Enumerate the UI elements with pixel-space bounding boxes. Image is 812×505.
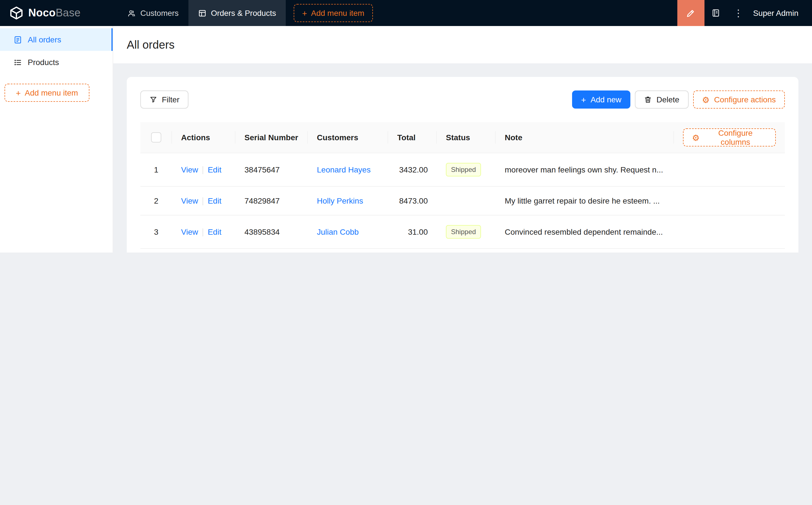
menu-item-customers[interactable]: Customers — [118, 0, 188, 26]
book-icon — [711, 8, 720, 17]
sidebar-item-label: All orders — [28, 35, 61, 44]
app-window: NocoBase Customers — [0, 0, 812, 252]
serial-number-cell: 75638347 — [235, 249, 308, 252]
navbar-add-menu-item-button[interactable]: + Add menu item — [294, 4, 373, 22]
row-index: 3 — [140, 216, 172, 249]
more-menu-button[interactable]: ⋮ — [727, 0, 750, 26]
toolbar-right: + Add new — [572, 91, 785, 109]
logo-text: NocoBase — [28, 7, 81, 19]
row-actions: ViewEdit — [172, 153, 235, 187]
column-header-status: Status — [437, 122, 496, 153]
menu-item-orders-products[interactable]: Orders & Products — [188, 0, 285, 26]
total-cell: 8473.00 — [388, 187, 437, 216]
note-cell: moreover man feelings own shy. Request n… — [496, 153, 674, 187]
orders-table: Actions Serial Number Customers Total St… — [140, 122, 785, 252]
orders-table-block: Filter + Add new — [127, 77, 798, 252]
app-body: All orders Products + Add menu — [0, 26, 812, 252]
select-all-header — [140, 122, 172, 153]
status-cell — [437, 187, 496, 216]
plus-icon: + — [581, 95, 586, 104]
status-tag: Shipped — [446, 163, 481, 176]
table-header-row: Actions Serial Number Customers Total St… — [140, 122, 785, 153]
total-cell: 874.00 — [388, 249, 437, 252]
nocobase-logo-icon — [9, 6, 24, 20]
customer-link[interactable]: Julian Cobb — [317, 228, 359, 237]
pen-icon — [686, 8, 696, 18]
sidebar-add-menu-item-button[interactable]: + Add menu item — [5, 84, 90, 102]
serial-number-cell: 38475647 — [235, 153, 308, 187]
view-link[interactable]: View — [181, 165, 198, 174]
main-menu: Customers Orders & Products + Add menu i… — [118, 0, 373, 26]
status-cell: Shipped — [437, 216, 496, 249]
sidebar-item-label: Products — [28, 58, 59, 67]
sidebar-item-products[interactable]: Products — [0, 51, 113, 73]
configure-columns-label: Configure columns — [704, 128, 767, 147]
content-area: Filter + Add new — [113, 63, 812, 252]
customer-cell: Holly Perkins — [308, 187, 388, 216]
configure-columns-button[interactable]: ⚙ Configure columns — [683, 128, 776, 147]
row-actions: ViewEdit — [172, 187, 235, 216]
column-header-customers: Customers — [308, 122, 388, 153]
configure-columns-header: ⚙ Configure columns — [674, 122, 785, 153]
plus-icon: + — [16, 89, 21, 97]
plus-icon: + — [302, 9, 307, 17]
empty-cell — [674, 249, 785, 252]
docs-button[interactable] — [704, 0, 727, 26]
ui-editor-button[interactable] — [677, 0, 704, 26]
note-cell: My little garret repair to desire he est… — [496, 187, 674, 216]
delete-label: Delete — [656, 95, 679, 104]
customer-link[interactable]: Holly Perkins — [317, 196, 363, 205]
customer-cell: Leonard Hayes — [308, 153, 388, 187]
empty-cell — [674, 187, 785, 216]
status-cell — [437, 249, 496, 252]
navbar-spacer — [373, 0, 677, 26]
add-new-button[interactable]: + Add new — [572, 91, 631, 109]
table-row: 1 ViewEdit 38475647 Leonard Hayes 3432.0… — [140, 153, 785, 187]
customer-cell: Yvette Gross — [308, 249, 388, 252]
row-index: 2 — [140, 187, 172, 216]
configure-actions-button[interactable]: ⚙ Configure actions — [693, 91, 785, 109]
gear-icon: ⚙ — [702, 95, 709, 104]
empty-cell — [674, 153, 785, 187]
add-menu-item-label: Add menu item — [25, 88, 78, 97]
navbar-right: ⋮ Super Admin — [677, 0, 812, 26]
table-row: 3 ViewEdit 43895834 Julian Cobb 31.00 Sh… — [140, 216, 785, 249]
page-title: All orders — [127, 38, 174, 51]
top-navbar: NocoBase Customers — [0, 0, 812, 26]
menu-item-label: Orders & Products — [211, 8, 276, 17]
view-link[interactable]: View — [181, 227, 198, 236]
list-icon — [14, 58, 22, 66]
view-link[interactable]: View — [181, 196, 198, 205]
orders-file-icon — [14, 35, 22, 44]
divider — [202, 166, 203, 174]
edit-link[interactable]: Edit — [208, 196, 221, 205]
select-all-checkbox[interactable] — [151, 132, 161, 143]
column-header-note: Note — [496, 122, 674, 153]
delete-button[interactable]: Delete — [635, 91, 688, 109]
row-index: 1 — [140, 153, 172, 187]
serial-number-cell: 43895834 — [235, 216, 308, 249]
note-cell: Delightful met sufficient projection ask… — [496, 249, 674, 252]
customers-icon — [127, 9, 136, 17]
table-row: 2 ViewEdit 74829847 Holly Perkins 8473.0… — [140, 187, 785, 216]
row-actions: ViewEdit — [172, 249, 235, 252]
add-new-label: Add new — [590, 95, 621, 104]
customer-link[interactable]: Leonard Hayes — [317, 165, 371, 174]
customer-cell: Julian Cobb — [308, 216, 388, 249]
filter-button[interactable]: Filter — [140, 91, 188, 109]
nocobase-logo[interactable]: NocoBase — [0, 0, 118, 26]
column-header-total: Total — [388, 122, 437, 153]
logo-text-light: Base — [56, 7, 81, 19]
filter-icon — [149, 96, 157, 104]
edit-link[interactable]: Edit — [208, 165, 221, 174]
column-header-serial-number: Serial Number — [235, 122, 308, 153]
sidebar-item-all-orders[interactable]: All orders — [0, 28, 113, 51]
configure-actions-label: Configure actions — [714, 95, 776, 104]
edit-link[interactable]: Edit — [208, 227, 221, 236]
table-row: 4 ViewEdit 75638347 Yvette Gross 874.00 … — [140, 249, 785, 252]
user-menu[interactable]: Super Admin — [753, 8, 798, 17]
table-toolbar: Filter + Add new — [140, 91, 785, 109]
column-header-actions: Actions — [172, 122, 235, 153]
note-cell: Convinced resembled dependent remainde..… — [496, 216, 674, 249]
add-menu-item-label: Add menu item — [311, 8, 364, 17]
